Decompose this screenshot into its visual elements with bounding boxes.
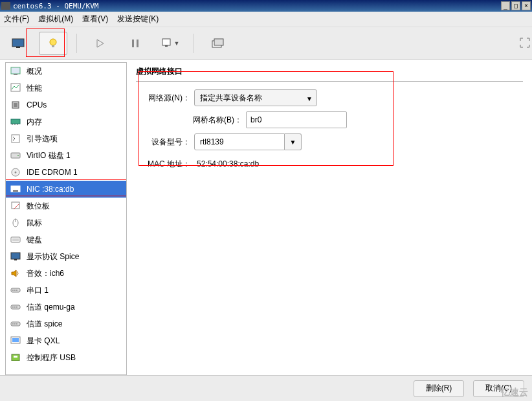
sidebar-item-usb[interactable]: 控制程序 USB — [6, 349, 126, 361]
svg-rect-34 — [11, 253, 20, 259]
cancel-button[interactable]: 取消(C) — [473, 380, 524, 397]
svg-point-24 — [15, 172, 17, 174]
menu-vm[interactable]: 虚拟机(M) — [38, 14, 73, 25]
svg-rect-8 — [165, 45, 168, 47]
sidebar-item-hdd[interactable]: VirtIO 磁盘 1 — [6, 147, 126, 164]
sidebar-item-serial[interactable]: 信道 qemu-ga — [6, 299, 126, 315]
device-model-label: 设备型号： — [136, 137, 194, 148]
usb-icon — [10, 352, 21, 361]
mouse-icon — [10, 218, 21, 228]
close-button[interactable]: × — [522, 1, 531, 10]
bridge-name-input[interactable] — [246, 111, 347, 128]
toolbar: ▼ — [0, 27, 532, 60]
video-icon — [10, 336, 21, 346]
menu-file[interactable]: 文件(F) — [4, 14, 29, 25]
svg-rect-7 — [162, 39, 170, 45]
window-title: centos6.3 - QEMU/KVM — [13, 2, 98, 10]
kbd-icon — [10, 235, 21, 245]
power-icon — [161, 38, 172, 49]
sidebar-item-mouse[interactable]: 鼠标 — [6, 214, 126, 231]
sidebar-item-cd[interactable]: IDE CDROM 1 — [6, 164, 126, 181]
svg-point-45 — [12, 323, 14, 325]
svg-rect-31 — [11, 237, 20, 242]
svg-point-38 — [14, 290, 16, 291]
sidebar-item-label: 信道 spice — [27, 319, 62, 330]
sidebar-item-label: 音效：ich6 — [27, 268, 64, 279]
sidebar-item-perf[interactable]: 性能 — [6, 80, 126, 97]
menu-view[interactable]: 查看(V) — [82, 14, 108, 25]
menu-bar: 文件(F) 虚拟机(M) 查看(V) 发送按键(K) — [0, 12, 532, 27]
net-source-select[interactable]: 指定共享设备名称 ▼ — [194, 89, 317, 106]
delete-button[interactable]: 删除(R) — [414, 380, 465, 397]
pause-button[interactable] — [121, 32, 150, 55]
nic-icon — [10, 184, 21, 194]
boot-icon — [10, 133, 21, 144]
net-source-value: 指定共享设备名称 — [200, 93, 262, 104]
sidebar-item-kbd[interactable]: 键盘 — [6, 231, 126, 248]
chevron-down-icon: ▼ — [306, 95, 313, 102]
shutdown-button[interactable]: ▼ — [156, 32, 184, 55]
panel-separator — [136, 81, 523, 82]
run-button[interactable] — [86, 32, 115, 55]
minimize-button[interactable]: _ — [501, 1, 510, 10]
serial-icon — [10, 319, 21, 329]
mac-value: 52:54:00:38:ca:db — [194, 159, 259, 168]
sidebar-item-label: IDE CDROM 1 — [27, 168, 78, 177]
sidebar-item-mem[interactable]: 内存 — [6, 113, 126, 130]
mem-icon — [10, 117, 21, 127]
sidebar-item-label: 内存 — [27, 117, 42, 128]
sidebar-item-label: 控制程序 USB — [27, 352, 76, 361]
svg-rect-0 — [12, 39, 24, 47]
hardware-list[interactable]: 概况性能CPUs内存引导选项VirtIO 磁盘 1IDE CDROM 1NIC … — [6, 63, 126, 361]
svg-point-37 — [12, 290, 14, 291]
hardware-sidebar: 概况性能CPUs内存引导选项VirtIO 磁盘 1IDE CDROM 1NIC … — [5, 62, 127, 375]
sidebar-item-serial[interactable]: 串口 1 — [6, 282, 126, 299]
sidebar-item-label: 性能 — [27, 83, 42, 94]
sidebar-item-cpu[interactable]: CPUs — [6, 97, 126, 113]
svg-rect-1 — [16, 47, 20, 48]
svg-point-46 — [14, 323, 16, 325]
sound-icon — [10, 268, 21, 279]
monitor-icon — [11, 38, 25, 49]
svg-rect-5 — [132, 40, 134, 47]
svg-rect-40 — [11, 305, 20, 309]
maximize-button[interactable]: □ — [511, 1, 520, 10]
perf-icon — [10, 83, 21, 93]
details-view-button[interactable] — [39, 32, 67, 55]
svg-rect-44 — [11, 322, 20, 326]
svg-rect-51 — [14, 356, 17, 358]
bridge-label: 网桥名称(B)： — [136, 115, 246, 126]
chevron-down-icon[interactable]: ▼ — [285, 133, 302, 150]
details-panel: 虚拟网络接口 网络源(N)： 指定共享设备名称 ▼ 网桥名称(B)： 设备型号：… — [127, 60, 532, 375]
window-titlebar: centos6.3 - QEMU/KVM _ □ × — [0, 0, 532, 12]
sidebar-item-serial[interactable]: 信道 spice — [6, 315, 126, 332]
sidebar-item-label: 键盘 — [27, 235, 42, 246]
console-view-button[interactable] — [4, 32, 32, 55]
pause-icon — [131, 39, 140, 48]
sidebar-item-overview[interactable]: 概况 — [6, 63, 126, 80]
svg-point-47 — [16, 323, 17, 325]
window-icon — [1, 2, 10, 10]
svg-point-39 — [16, 290, 17, 291]
net-source-label: 网络源(N)： — [136, 93, 194, 104]
sidebar-item-video[interactable]: 显卡 QXL — [6, 332, 126, 349]
device-model-select[interactable]: rtl8139 ▼ — [194, 133, 302, 150]
cpu-icon — [10, 100, 21, 110]
svg-rect-12 — [14, 74, 17, 75]
sidebar-item-boot[interactable]: 引导选项 — [6, 130, 126, 147]
sidebar-item-label: 信道 qemu-ga — [27, 302, 75, 313]
overview-icon — [10, 66, 21, 76]
sidebar-item-display[interactable]: 显示协议 Spice — [6, 248, 126, 265]
sidebar-item-nic[interactable]: NIC :38:ca:db — [6, 181, 126, 198]
svg-rect-11 — [11, 67, 20, 74]
sidebar-item-sound[interactable]: 音效：ich6 — [6, 265, 126, 282]
sidebar-item-label: CPUs — [27, 100, 47, 109]
svg-rect-6 — [137, 40, 139, 47]
fullscreen-icon[interactable] — [519, 37, 531, 49]
snapshot-button[interactable] — [203, 32, 232, 55]
toolbar-separator — [76, 34, 77, 53]
display-icon — [10, 251, 21, 262]
sidebar-item-tablet[interactable]: 数位板 — [6, 198, 126, 214]
menu-sendkey[interactable]: 发送按键(K) — [117, 14, 159, 25]
svg-point-41 — [12, 306, 14, 308]
